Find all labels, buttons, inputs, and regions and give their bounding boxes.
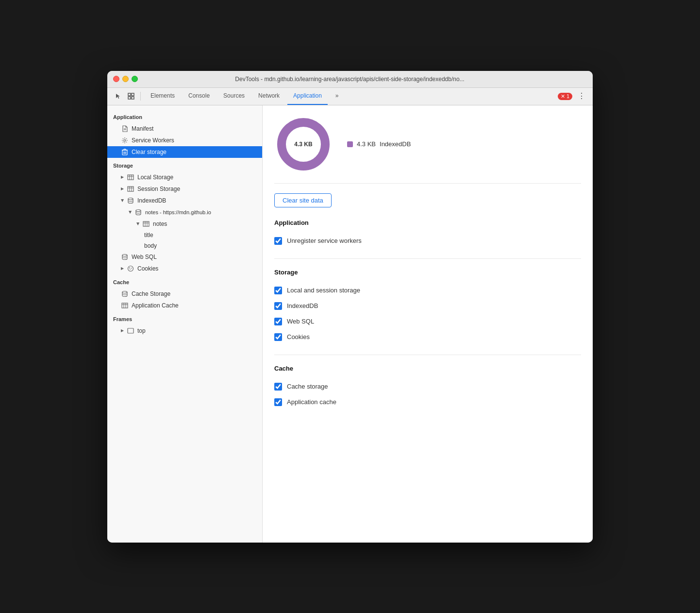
svg-point-30 <box>128 266 133 271</box>
chart-section: 4.3 KB 4.3 KB IndexedDB <box>274 115 581 184</box>
storage-section-header: Storage <box>107 160 262 171</box>
svg-point-29 <box>122 254 127 256</box>
svg-rect-15 <box>128 175 133 180</box>
cookies-label: Cookies <box>287 333 310 341</box>
cookie-icon <box>127 265 134 272</box>
sidebar-item-top-frame[interactable]: ▶ top <box>107 325 262 337</box>
svg-rect-0 <box>128 93 131 96</box>
frames-section-header: Frames <box>107 313 262 325</box>
cache-storage-label: Cache storage <box>287 383 328 390</box>
db-icon <box>127 197 134 204</box>
svg-rect-36 <box>122 303 128 308</box>
sidebar-item-notes-db[interactable]: ▶ notes - https://mdn.github.io <box>107 206 262 218</box>
checkbox-websql: Web SQL <box>274 314 581 329</box>
db-icon <box>121 290 129 298</box>
triangle-icon: ▶ <box>121 187 124 191</box>
error-badge[interactable]: ✕ 1 <box>558 93 572 100</box>
tab-application[interactable]: Application <box>287 87 328 105</box>
svg-rect-2 <box>128 97 131 99</box>
checkbox-unregister-sw: Unregister service workers <box>274 233 581 249</box>
frame-icon <box>127 327 134 335</box>
triangle-icon: ▶ <box>121 328 124 333</box>
sidebar-item-local-storage[interactable]: ▶ Local Storage <box>107 171 262 183</box>
sidebar: Application Manifest <box>107 105 263 543</box>
table-icon <box>127 185 134 193</box>
checkbox-indexeddb: IndexedDB <box>274 298 581 314</box>
sidebar-item-manifest[interactable]: Manifest <box>107 123 262 135</box>
checkbox-cache-storage: Cache storage <box>274 379 581 394</box>
tab-sources[interactable]: Sources <box>217 87 250 105</box>
checkbox-cookies: Cookies <box>274 329 581 345</box>
sidebar-item-cache-storage[interactable]: Cache Storage <box>107 288 262 300</box>
window-title: DevTools - mdn.github.io/learning-area/j… <box>113 76 587 83</box>
clear-site-data-button[interactable]: Clear site data <box>274 193 332 207</box>
triangle-open-icon: ▶ <box>120 199 125 202</box>
local-session-storage-label: Local and session storage <box>287 287 360 294</box>
legend-item-indexeddb: 4.3 KB IndexedDB <box>347 140 411 148</box>
gear-icon <box>121 136 129 144</box>
unregister-sw-label: Unregister service workers <box>287 237 362 244</box>
indexeddb-label: IndexedDB <box>287 302 318 309</box>
application-section-header: Application <box>107 111 262 123</box>
sidebar-item-notes-table[interactable]: ▶ notes <box>107 218 262 230</box>
sidebar-item-service-workers[interactable]: Service Workers <box>107 135 262 146</box>
sidebar-item-title[interactable]: title <box>107 230 262 240</box>
devtools-window: DevTools - mdn.github.io/learning-area/j… <box>107 71 593 543</box>
sidebar-item-cookies[interactable]: ▶ Cookies <box>107 263 262 274</box>
triangle-icon: ▶ <box>121 175 124 179</box>
inspect-icon[interactable] <box>126 91 136 102</box>
cache-section-title: Cache <box>274 365 581 372</box>
sidebar-item-session-storage[interactable]: ▶ Session Storage <box>107 183 262 195</box>
tab-console[interactable]: Console <box>183 87 216 105</box>
more-options-icon[interactable]: ⋮ <box>576 91 587 102</box>
tab-more[interactable]: » <box>330 87 345 105</box>
sidebar-item-websql[interactable]: Web SQL <box>107 251 262 263</box>
main-panel: 4.3 KB 4.3 KB IndexedDB Clear site data … <box>263 105 593 543</box>
cursor-icon[interactable] <box>113 91 124 102</box>
svg-rect-3 <box>132 97 134 99</box>
chart-size-label: 4.3 KB <box>294 141 312 148</box>
checkbox-application-cache: Application cache <box>274 394 581 410</box>
table-icon <box>121 302 129 309</box>
checkbox-local-session-storage: Local and session storage <box>274 283 581 298</box>
tab-elements[interactable]: Elements <box>145 87 181 105</box>
svg-point-35 <box>122 291 127 293</box>
cache-storage-checkbox[interactable] <box>274 383 282 391</box>
sidebar-item-indexeddb[interactable]: ▶ IndexedDB <box>107 195 262 206</box>
svg-point-34 <box>132 267 132 268</box>
storage-section-title: Storage <box>274 269 581 276</box>
websql-label: Web SQL <box>287 318 314 325</box>
toolbar: Elements Console Sources Network Applica… <box>107 88 593 105</box>
svg-point-31 <box>129 267 130 268</box>
db-icon <box>134 208 142 216</box>
main-content: Application Manifest <box>107 105 593 543</box>
application-cache-label: Application cache <box>287 398 336 406</box>
toolbar-right: ✕ 1 ⋮ <box>558 91 587 102</box>
unregister-sw-checkbox[interactable] <box>274 237 282 245</box>
chart-legend: 4.3 KB IndexedDB <box>347 140 411 148</box>
table-icon <box>127 173 134 181</box>
sidebar-item-clear-storage[interactable]: Clear storage <box>107 146 262 158</box>
sidebar-item-application-cache[interactable]: Application Cache <box>107 300 262 311</box>
websql-checkbox[interactable] <box>274 318 282 325</box>
file-icon <box>121 125 129 133</box>
cache-section-block: Cache Cache storage Application cache <box>274 365 581 420</box>
legend-label: IndexedDB <box>380 140 411 148</box>
legend-color-indexeddb <box>347 141 353 147</box>
titlebar: DevTools - mdn.github.io/learning-area/j… <box>107 71 593 88</box>
tab-network[interactable]: Network <box>252 87 285 105</box>
local-session-storage-checkbox[interactable] <box>274 287 282 294</box>
db-icon <box>121 253 129 261</box>
svg-rect-1 <box>132 93 134 96</box>
svg-point-24 <box>136 209 141 211</box>
storage-section-block: Storage Local and session storage Indexe… <box>274 269 581 355</box>
cookies-checkbox[interactable] <box>274 333 282 341</box>
table-icon <box>142 220 150 228</box>
svg-point-32 <box>131 268 132 269</box>
application-section-title: Application <box>274 219 581 226</box>
indexeddb-checkbox[interactable] <box>274 302 282 310</box>
triangle-icon: ▶ <box>121 266 124 271</box>
application-cache-checkbox[interactable] <box>274 398 282 406</box>
sidebar-item-body[interactable]: body <box>107 240 262 251</box>
legend-size: 4.3 KB <box>357 140 376 148</box>
